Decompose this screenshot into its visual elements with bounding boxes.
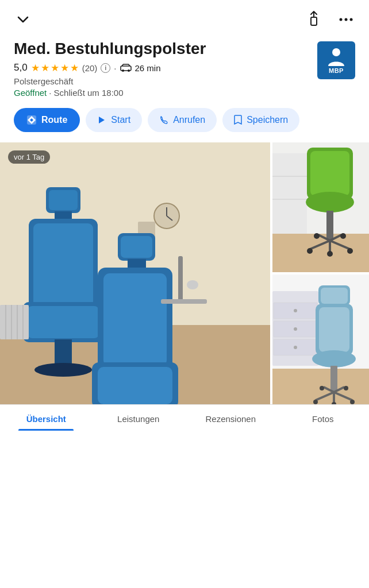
review-count[interactable]: (20)	[82, 63, 98, 73]
stars: ★ ★ ★ ★ ★	[31, 62, 79, 74]
main-photo[interactable]: vor 1 Tag	[0, 142, 270, 404]
svg-marker-9	[99, 117, 105, 123]
svg-rect-52	[326, 211, 333, 239]
svg-point-70	[294, 327, 297, 331]
star-4: ★	[60, 62, 69, 74]
star-5: ★	[70, 62, 79, 74]
svg-point-62	[340, 233, 346, 239]
svg-rect-73	[321, 288, 348, 304]
star-1: ★	[31, 62, 40, 74]
svg-point-87	[344, 386, 348, 390]
svg-point-58	[307, 248, 313, 254]
svg-point-6	[128, 69, 130, 72]
svg-rect-17	[49, 190, 78, 210]
svg-point-84	[350, 400, 355, 404]
logo-text: MBP	[329, 67, 344, 74]
svg-point-38	[187, 280, 198, 289]
svg-point-76	[312, 350, 356, 368]
svg-rect-32	[98, 367, 172, 404]
svg-point-83	[313, 400, 318, 404]
svg-point-86	[320, 386, 324, 390]
star-2: ★	[41, 62, 49, 74]
svg-point-25	[34, 363, 92, 377]
info-icon[interactable]: i	[101, 63, 110, 73]
svg-rect-36	[178, 256, 183, 302]
photo-grid: vor 1 Tag	[0, 140, 369, 404]
tab-services-label: Leistungen	[117, 414, 159, 424]
call-button[interactable]: Anrufen	[148, 108, 217, 132]
photo-right-column	[272, 142, 369, 404]
save-label: Speichern	[247, 115, 288, 125]
svg-rect-75	[319, 307, 349, 352]
close-time: · Schließt um 18:00	[49, 88, 123, 98]
svg-point-71	[294, 346, 297, 349]
tab-overview[interactable]: Übersicht	[0, 405, 93, 431]
svg-rect-39	[0, 305, 29, 339]
svg-rect-27	[121, 236, 152, 258]
start-label: Start	[111, 115, 130, 125]
route-button[interactable]: Route	[14, 108, 80, 132]
svg-point-60	[327, 251, 333, 257]
svg-point-69	[294, 309, 297, 312]
svg-rect-18	[55, 211, 72, 220]
route-label: Route	[41, 115, 67, 125]
photo-thumb-1[interactable]	[272, 142, 369, 272]
rating-row: 5,0 ★ ★ ★ ★ ★ (20) i · 26 min	[14, 62, 310, 74]
svg-rect-37	[161, 299, 207, 304]
business-category: Polstergeschäft	[14, 76, 310, 86]
tab-photos[interactable]: Fotos	[277, 405, 370, 431]
svg-rect-22	[28, 306, 99, 338]
svg-point-3	[350, 18, 353, 21]
svg-point-51	[306, 192, 354, 212]
svg-rect-46	[272, 153, 307, 234]
separator: ·	[114, 63, 116, 73]
open-label: Geöffnet	[14, 88, 47, 98]
svg-point-2	[345, 18, 348, 21]
tabs-row: Übersicht Leistungen Rezensionen Fotos	[0, 404, 369, 431]
tab-services[interactable]: Leistungen	[93, 405, 185, 431]
svg-rect-77	[330, 366, 337, 392]
svg-point-1	[340, 18, 343, 21]
svg-rect-45	[272, 234, 369, 272]
svg-point-7	[332, 48, 340, 56]
collapse-button[interactable]	[14, 10, 32, 29]
top-bar	[0, 0, 369, 34]
logo-person-icon	[327, 47, 345, 66]
top-bar-right	[305, 10, 355, 29]
svg-rect-0	[311, 17, 317, 25]
business-info: Med. Bestuhlungspolster 5,0 ★ ★ ★ ★ ★ (2…	[14, 39, 310, 98]
photo-thumb-2[interactable]	[272, 274, 369, 404]
svg-point-5	[122, 69, 124, 72]
star-3: ★	[51, 62, 59, 74]
tab-overview-label: Übersicht	[26, 414, 66, 424]
business-header: Med. Bestuhlungspolster 5,0 ★ ★ ★ ★ ★ (2…	[0, 34, 369, 98]
business-logo[interactable]: MBP	[317, 41, 355, 79]
drive-time: 26 min	[135, 63, 161, 73]
drive-icon	[120, 64, 132, 72]
save-button[interactable]: Speichern	[222, 108, 299, 132]
svg-rect-30	[103, 273, 167, 366]
rating-number: 5,0	[14, 62, 28, 74]
open-status: Geöffnet · Schließt um 18:00	[14, 88, 310, 98]
start-button[interactable]: Start	[86, 108, 142, 132]
svg-rect-20	[33, 223, 93, 307]
share-button[interactable]	[305, 10, 323, 29]
tab-reviews[interactable]: Rezensionen	[184, 405, 277, 431]
tab-reviews-label: Rezensionen	[205, 414, 256, 424]
call-label: Anrufen	[173, 115, 205, 125]
action-row: Route Start Anrufen Speichern	[0, 98, 369, 140]
svg-point-61	[314, 233, 320, 239]
svg-point-59	[347, 248, 353, 254]
more-options-button[interactable]	[337, 10, 355, 29]
tab-photos-label: Fotos	[312, 414, 334, 424]
photo-timestamp: vor 1 Tag	[8, 150, 50, 164]
business-name: Med. Bestuhlungspolster	[14, 39, 310, 59]
svg-rect-50	[310, 151, 349, 196]
